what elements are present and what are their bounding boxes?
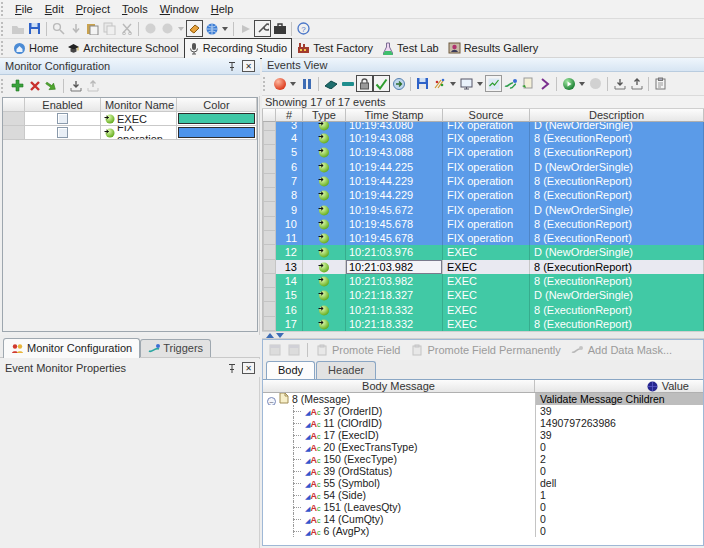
row-header[interactable] (263, 131, 276, 145)
copy-icon[interactable] (101, 20, 118, 37)
cell-num[interactable]: 10 (276, 217, 303, 231)
field-value[interactable]: 39 (535, 405, 703, 417)
cell-time-stamp[interactable]: 10:21:03.982 (346, 274, 443, 288)
pin-icon[interactable] (225, 58, 238, 75)
pause-icon[interactable] (298, 75, 315, 92)
menu-file[interactable]: File (9, 1, 39, 17)
cell-source[interactable]: EXEC (443, 288, 530, 302)
event-row[interactable]: 11 10:19:45.678 FIX operation 8 (Executi… (263, 231, 704, 245)
cell-time-stamp[interactable]: 10:21:18.327 (346, 288, 443, 302)
cell-source[interactable]: FIX operation (443, 174, 530, 188)
menu-project[interactable]: Project (70, 1, 116, 17)
clear-events-icon[interactable] (322, 75, 339, 92)
import-events-icon[interactable] (611, 75, 628, 92)
cell-num[interactable]: 15 (276, 288, 303, 302)
cell-num[interactable]: 7 (276, 174, 303, 188)
cell-source[interactable]: FIX operation (443, 188, 530, 202)
help-icon[interactable]: ? (295, 20, 312, 37)
cell-description[interactable]: 8 (ExecutionReport) (530, 302, 704, 316)
event-details-icon[interactable] (652, 75, 669, 92)
validate-icon[interactable] (373, 75, 390, 92)
cell-num[interactable]: 17 (276, 317, 303, 331)
save-icon[interactable] (26, 20, 43, 37)
field-value[interactable]: 0 (535, 525, 703, 537)
row-header[interactable] (263, 274, 276, 288)
cell-type[interactable] (303, 317, 346, 331)
cell-time-stamp[interactable]: 10:21:18.332 (346, 302, 443, 316)
horizontal-splitter[interactable] (262, 331, 704, 339)
tree-row[interactable]: ◢Ac 150 (ExecType) 2 (263, 453, 703, 465)
tab-architecture-school[interactable]: Architecture School (63, 39, 182, 58)
row-header[interactable] (263, 231, 276, 245)
cell-time-stamp[interactable]: 10:19:44.229 (346, 174, 443, 188)
cell-source[interactable]: EXEC (443, 260, 530, 274)
cell-time-stamp[interactable]: 10:21:03.982 (346, 260, 443, 274)
display-icon[interactable] (458, 75, 475, 92)
cell-description[interactable]: 8 (ExecutionReport) (530, 217, 704, 231)
tab-monitor-configuration[interactable]: Monitor Configuration (3, 338, 140, 358)
globe-icon[interactable] (203, 20, 220, 37)
tab-triggers[interactable]: Triggers (140, 339, 211, 357)
close-panel-icon[interactable]: ✕ (242, 362, 255, 374)
cell-description[interactable]: 8 (ExecutionReport) (530, 231, 704, 245)
cell-type[interactable] (303, 122, 346, 131)
row-header[interactable] (263, 145, 276, 159)
filter-caret-icon[interactable] (450, 82, 456, 86)
cell-type[interactable] (303, 131, 346, 145)
event-row[interactable]: 16 10:21:18.332 EXEC 8 (ExecutionReport) (263, 302, 704, 316)
event-row[interactable]: 4 10:19:43.088 FIX operation 8 (Executio… (263, 131, 704, 145)
splitter-down-icon[interactable] (276, 333, 284, 338)
row-header[interactable] (263, 317, 276, 331)
field-label[interactable]: 39 (OrdStatus) (323, 465, 392, 477)
cell-source[interactable]: FIX operation (443, 122, 530, 131)
cell-source[interactable]: FIX operation (443, 217, 530, 231)
row-header[interactable] (263, 188, 276, 202)
row-header[interactable] (263, 302, 276, 316)
cell-time-stamp[interactable]: 10:19:44.225 (346, 160, 443, 174)
pin-icon[interactable] (225, 360, 238, 377)
field-label[interactable]: 151 (LeavesQty) (323, 501, 401, 513)
monitor-row-exec[interactable]: EXEC (3, 112, 257, 126)
cell-type[interactable] (303, 217, 346, 231)
play-caret-icon[interactable] (579, 82, 585, 86)
field-value[interactable]: 1490797263986 (535, 417, 703, 429)
monitor-row-fix[interactable]: FIX operation (3, 126, 257, 140)
field-label[interactable]: 17 (ExecID) (323, 429, 378, 441)
tree-row[interactable]: ◢Ac 6 (AvgPx) 0 (263, 525, 703, 537)
cell-time-stamp[interactable]: 10:19:43.088 (346, 145, 443, 159)
cell-description[interactable]: D (NewOrderSingle) (530, 160, 704, 174)
field-label[interactable]: 55 (Symbol) (323, 477, 380, 489)
globe-caret-icon[interactable] (222, 27, 228, 31)
column-value[interactable]: Value (535, 380, 703, 392)
cell-source[interactable]: EXEC (443, 302, 530, 316)
column-num[interactable]: # (276, 109, 303, 122)
chart-icon[interactable] (485, 75, 502, 92)
row-header[interactable] (263, 174, 276, 188)
row-header[interactable] (263, 160, 276, 174)
tab-results-gallery[interactable]: Results Gallery (444, 39, 543, 58)
event-row[interactable]: 6 10:19:44.225 FIX operation D (NewOrder… (263, 160, 704, 174)
field-label[interactable]: 37 (OrderID) (323, 405, 382, 417)
field-value[interactable]: 0 (535, 441, 703, 453)
tree-row[interactable]: ◢Ac 151 (LeavesQty) 0 (263, 501, 703, 513)
cell-time-stamp[interactable]: 10:21:18.332 (346, 317, 443, 331)
field-value[interactable]: 0 (535, 501, 703, 513)
field-label[interactable]: 6 (AvgPx) (323, 525, 369, 537)
expand-all-icon[interactable] (266, 342, 283, 359)
row-header[interactable] (263, 260, 276, 274)
display-caret-icon[interactable] (477, 82, 483, 86)
cell-description[interactable]: D (NewOrderSingle) (530, 245, 704, 259)
tab-test-factory[interactable]: Test Factory (293, 39, 377, 58)
menu-tools[interactable]: Tools (116, 1, 154, 17)
cell-num[interactable]: 6 (276, 160, 303, 174)
cell-source[interactable]: EXEC (443, 317, 530, 331)
event-row[interactable]: 15 10:21:18.327 EXEC D (NewOrderSingle) (263, 288, 704, 302)
cell-source[interactable]: FIX operation (443, 131, 530, 145)
tree-row[interactable]: ◢Ac 20 (ExecTransType) 0 (263, 441, 703, 453)
promote-field-button[interactable]: Promote Field (332, 344, 400, 356)
cell-num[interactable]: 5 (276, 145, 303, 159)
open-icon[interactable] (9, 20, 26, 37)
menu-window[interactable]: Window (154, 1, 205, 17)
resend-icon[interactable] (390, 75, 407, 92)
record-icon[interactable] (271, 75, 288, 92)
